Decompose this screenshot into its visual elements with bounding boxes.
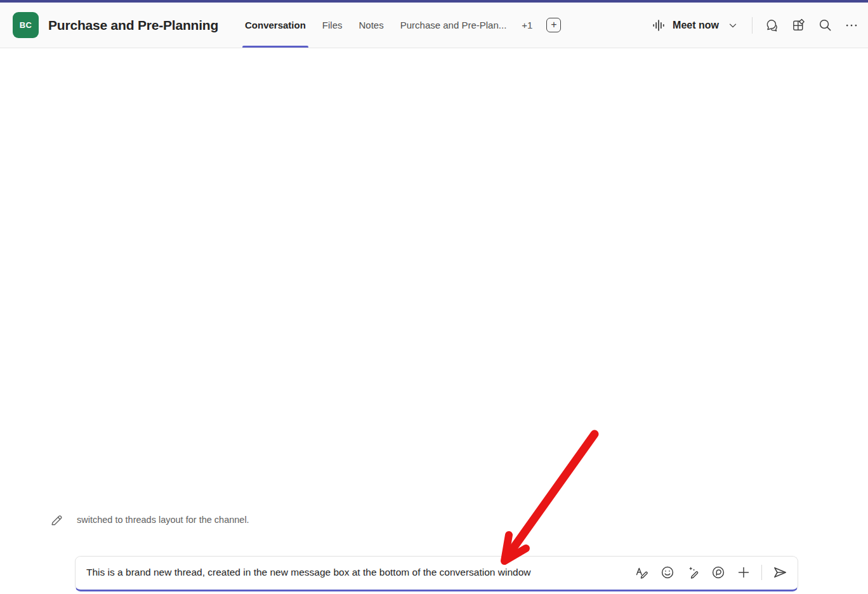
system-message: switched to threads layout for the chann… xyxy=(49,512,249,528)
system-message-text: switched to threads layout for the chann… xyxy=(77,515,249,525)
search-icon[interactable] xyxy=(817,18,832,33)
loop-component-icon[interactable] xyxy=(708,562,728,583)
composer-divider xyxy=(761,565,762,580)
meet-now-label: Meet now xyxy=(673,20,719,31)
tab-overflow-count[interactable]: +1 xyxy=(522,20,532,30)
apps-icon[interactable] xyxy=(791,18,806,33)
sparkle-pen-icon[interactable] xyxy=(683,562,703,583)
tab-purchase-and-pre-plan[interactable]: Purchase and Pre-Plan... xyxy=(399,3,508,48)
composer-actions xyxy=(632,562,790,583)
channel-title: Purchase and Pre-Planning xyxy=(48,3,218,48)
meet-now-waveform-icon xyxy=(651,18,666,33)
pencil-icon xyxy=(49,512,63,528)
message-composer[interactable]: This is a brand new thread, created in t… xyxy=(75,556,798,591)
tab-bar: Conversation Files Notes Purchase and Pr… xyxy=(244,3,561,48)
tab-notes[interactable]: Notes xyxy=(358,3,385,48)
emoji-icon[interactable] xyxy=(657,562,678,583)
annotation-red-arrow xyxy=(0,0,868,594)
more-options-icon[interactable] xyxy=(844,18,859,33)
message-input[interactable]: This is a brand new thread, created in t… xyxy=(86,567,632,578)
meet-now-button[interactable]: Meet now xyxy=(651,18,740,33)
header-divider xyxy=(752,17,753,34)
format-icon[interactable] xyxy=(632,562,652,583)
attach-plus-icon[interactable] xyxy=(733,562,754,583)
send-icon[interactable] xyxy=(770,562,790,583)
tab-conversation[interactable]: Conversation xyxy=(244,3,307,48)
team-avatar[interactable]: BC xyxy=(13,12,39,38)
new-chat-icon[interactable] xyxy=(764,18,779,33)
chevron-down-icon[interactable] xyxy=(725,18,740,33)
channel-header: BC Purchase and Pre-Planning Conversatio… xyxy=(0,3,868,48)
header-actions: Meet now xyxy=(651,3,859,48)
tab-files[interactable]: Files xyxy=(321,3,344,48)
add-tab-button[interactable]: + xyxy=(546,18,561,32)
